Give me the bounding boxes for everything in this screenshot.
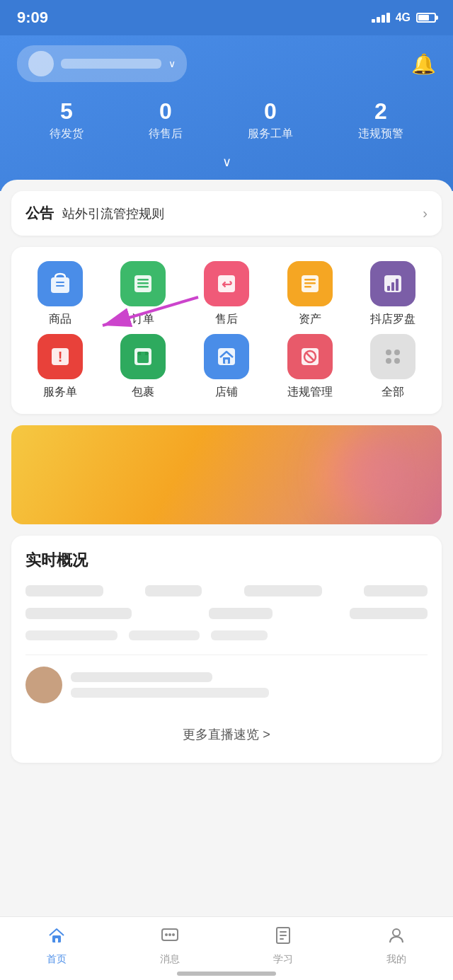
service-order-icon: !: [38, 334, 83, 379]
nav-item-message[interactable]: 消息: [113, 926, 226, 966]
blur-stat-2: [145, 585, 202, 596]
announcement-text: 站外引流管控规则: [62, 205, 423, 222]
order-icon: [120, 261, 166, 306]
announcement-arrow-icon: ›: [423, 205, 428, 221]
status-icons: 4G: [372, 11, 436, 24]
svg-point-32: [394, 358, 400, 364]
blur-stat-9: [129, 630, 200, 640]
svg-rect-42: [280, 931, 287, 933]
blur-stat-10: [211, 630, 268, 640]
svg-rect-5: [137, 282, 149, 284]
stat-number-pending-after: 0: [149, 99, 183, 124]
status-bar: 9:09 4G: [0, 0, 453, 35]
violation-mgmt-icon: [287, 334, 333, 379]
product-icon: [38, 261, 83, 306]
svg-rect-22: [141, 352, 145, 355]
aftersale-label: 售后: [215, 312, 238, 327]
svg-rect-11: [304, 282, 316, 284]
svg-rect-12: [304, 286, 311, 288]
header: ∨ 🔔 5 待发货 0 待售后 0 服务工单 2 违规预警 ∨: [0, 35, 453, 191]
compass-label: 抖店罗盘: [370, 312, 415, 327]
svg-rect-15: [391, 282, 394, 291]
menu-item-package[interactable]: 包裹: [102, 334, 185, 400]
nav-item-learn[interactable]: 学习: [226, 926, 340, 966]
bell-icon[interactable]: 🔔: [411, 52, 436, 76]
menu-item-violation-mgmt[interactable]: 违规管理: [268, 334, 352, 400]
compass-icon: [370, 261, 415, 306]
menu-item-compass[interactable]: 抖店罗盘: [351, 261, 435, 327]
banner[interactable]: [11, 425, 442, 524]
realtime-title: 实时概况: [25, 550, 428, 571]
menu-grid: 商品 订单 ↩: [18, 261, 435, 400]
home-indicator: [177, 972, 276, 976]
menu-section: 商品 订单 ↩: [11, 247, 442, 414]
svg-rect-14: [387, 286, 390, 291]
stat-label-violation: 违规预警: [358, 127, 403, 142]
network-label: 4G: [396, 11, 411, 24]
nav-item-mine[interactable]: 我的: [340, 926, 453, 966]
shop-avatar: [28, 51, 54, 76]
svg-point-31: [386, 358, 391, 364]
all-icon: [370, 334, 415, 379]
live-blur-desc: [71, 688, 269, 698]
header-expand-chevron[interactable]: ∨: [17, 154, 436, 170]
menu-item-service-order[interactable]: ! 服务单: [18, 334, 102, 400]
signal-icon: [372, 13, 390, 23]
svg-point-45: [393, 929, 400, 936]
svg-rect-43: [280, 935, 287, 936]
nav-label-learn: 学习: [273, 953, 293, 966]
shop-chevron-icon: ∨: [168, 58, 176, 69]
blur-stat-5: [25, 608, 132, 619]
svg-rect-4: [137, 279, 149, 281]
asset-icon: [287, 261, 333, 306]
svg-rect-2: [56, 285, 64, 287]
live-row: [25, 655, 428, 715]
more-live-button[interactable]: 更多直播速览 >: [25, 715, 428, 749]
svg-point-39: [168, 933, 171, 936]
svg-point-29: [386, 350, 391, 355]
blur-stat-8: [25, 630, 117, 640]
status-time: 9:09: [17, 8, 48, 27]
menu-item-all[interactable]: 全部: [351, 334, 435, 400]
live-blur-name: [71, 672, 212, 682]
stat-label-pending-after: 待售后: [149, 127, 183, 142]
violation-mgmt-label: 违规管理: [287, 385, 333, 400]
main-content: 公告 站外引流管控规则 › 商品: [0, 180, 453, 785]
aftersale-icon: ↩: [204, 261, 249, 306]
svg-text:!: !: [57, 349, 62, 364]
stat-service[interactable]: 0 服务工单: [248, 99, 293, 142]
svg-rect-25: [225, 359, 228, 364]
bottom-nav: 首页 消息 学习: [0, 916, 453, 980]
live-avatar: [25, 667, 62, 703]
realtime-blur-row-1: [25, 585, 428, 596]
svg-point-30: [394, 350, 400, 355]
svg-text:↩: ↩: [221, 277, 231, 292]
stat-number-service: 0: [248, 99, 293, 124]
stat-pending-after[interactable]: 0 待售后: [149, 99, 183, 142]
menu-item-shop[interactable]: 店铺: [185, 334, 268, 400]
menu-item-product[interactable]: 商品: [18, 261, 102, 327]
learn-nav-icon: [273, 926, 293, 950]
product-label: 商品: [49, 312, 71, 327]
svg-rect-44: [280, 938, 284, 940]
nav-item-home[interactable]: 首页: [0, 926, 113, 966]
announcement-bar[interactable]: 公告 站外引流管控规则 ›: [11, 191, 442, 236]
service-order-label: 服务单: [43, 385, 77, 400]
stat-label-pending-ship: 待发货: [50, 127, 84, 142]
stat-violation[interactable]: 2 违规预警: [358, 99, 403, 142]
package-label: 包裹: [132, 385, 154, 400]
menu-item-order[interactable]: 订单: [102, 261, 185, 327]
stat-pending-ship[interactable]: 5 待发货: [50, 99, 84, 142]
svg-point-38: [165, 933, 168, 936]
shop-selector[interactable]: ∨: [17, 45, 187, 82]
stat-label-service: 服务工单: [248, 127, 293, 142]
shop-label: 店铺: [215, 385, 238, 400]
svg-rect-1: [56, 282, 64, 283]
stat-number-violation: 2: [358, 99, 403, 124]
nav-label-mine: 我的: [386, 953, 406, 966]
svg-rect-16: [396, 279, 398, 291]
menu-item-aftersale[interactable]: ↩ 售后: [185, 261, 268, 327]
blur-stat-1: [25, 585, 103, 596]
menu-item-asset[interactable]: 资产: [268, 261, 352, 327]
package-icon: [120, 334, 166, 379]
